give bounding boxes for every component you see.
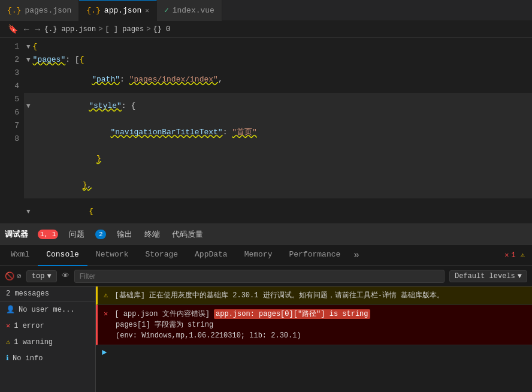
tab-label-index-vue: index.vue xyxy=(173,6,214,15)
filter-input[interactable] xyxy=(74,270,445,283)
tab-appdata[interactable]: AppData xyxy=(186,245,236,266)
fold-arrow-4[interactable]: ▼ xyxy=(26,99,31,113)
tab-close-app-json[interactable]: ✕ xyxy=(145,7,149,14)
debugger-bar: 调试器 1, 1 问题 2 输出 终端 代码质量 xyxy=(0,224,532,245)
tab-index-vue[interactable]: ✓ index.vue xyxy=(157,0,222,21)
error-sub-text-1: pages[1] 字段需为 string xyxy=(116,321,213,329)
devtools-tabs: Wxml Console Network Storage AppData Mem… xyxy=(0,245,532,266)
code-line-7: }, xyxy=(24,172,532,198)
problems-count: 2 xyxy=(95,230,106,239)
console-panel: 2 messages 👤 No user me... ✕ 1 error ⚠ 1… xyxy=(0,287,532,392)
code-token: "path" xyxy=(92,73,120,86)
console-sidebar: 2 messages 👤 No user me... ✕ 1 error ⚠ 1… xyxy=(0,287,96,392)
tab-label-pages-json: pages.json xyxy=(25,6,71,15)
tab-pages-json[interactable]: {.} pages.json xyxy=(0,0,79,21)
clear-console-icon[interactable]: 🚫 xyxy=(5,272,14,281)
tab-storage[interactable]: Storage xyxy=(137,245,186,266)
debugger-tab-code-quality[interactable]: 代码质量 xyxy=(171,227,204,242)
code-token: : { xyxy=(122,99,135,113)
breadcrumb: 🔖 ← → {.} app.json > [ ] pages > {} 0 xyxy=(0,21,532,38)
tab-label-app-json: app.json xyxy=(104,6,141,15)
tab-console[interactable]: Console xyxy=(38,245,87,266)
sidebar-error-label: 1 error xyxy=(14,322,44,330)
code-token: : [ xyxy=(65,53,79,67)
sidebar-user-label: No user me... xyxy=(19,306,75,314)
code-token: { xyxy=(80,53,84,67)
fold-arrow-8[interactable]: ▼ xyxy=(26,205,31,218)
code-token: , xyxy=(87,179,92,192)
code-token: "首页" xyxy=(232,126,257,139)
code-line-2: ▼ "pages": [{ xyxy=(24,53,532,67)
stop-icon[interactable]: ⊘ xyxy=(17,272,22,281)
devtools-right: ✕ 1 ⚠ xyxy=(504,251,530,260)
breadcrumb-item-1: {.} app.json xyxy=(44,25,96,34)
sidebar-info-label: No info xyxy=(13,354,43,363)
tab-wxml[interactable]: Wxml xyxy=(2,245,38,266)
user-icon: 👤 xyxy=(6,305,15,314)
debugger-tab-output[interactable]: 输出 xyxy=(116,227,134,242)
more-tabs-button[interactable]: » xyxy=(349,250,364,261)
console-messages-count: 2 messages xyxy=(0,287,95,301)
code-token: "style" xyxy=(89,99,122,113)
levels-chevron-icon: ▼ xyxy=(518,272,522,281)
debugger-title: 调试器 xyxy=(5,229,28,240)
chevron-down-icon: ▼ xyxy=(47,272,51,281)
info-circle-icon: ℹ xyxy=(6,354,9,363)
bookmark-icon[interactable]: 🔖 xyxy=(6,24,20,34)
msg-error-icon: ✕ xyxy=(104,310,108,318)
error-circle-icon: ✕ xyxy=(6,321,10,330)
prompt-arrow-icon: ► xyxy=(102,348,107,357)
tab-icon-app-json: {.} xyxy=(86,6,100,15)
debugger-tab-terminal[interactable]: 终端 xyxy=(143,227,161,242)
code-line-3: "path": "pages/index/index", xyxy=(24,67,532,93)
sidebar-item-error[interactable]: ✕ 1 error xyxy=(0,318,95,334)
warn-badge: ⚠ xyxy=(521,251,525,260)
top-select[interactable]: top ▼ xyxy=(26,270,57,282)
breadcrumb-sep-2: > xyxy=(146,25,150,34)
tab-memory[interactable]: Memory xyxy=(236,245,281,266)
filter-icons: 🚫 ⊘ xyxy=(5,272,22,281)
sidebar-warning-label: 1 warning xyxy=(14,338,53,346)
msg-warn-icon: ⚠ xyxy=(104,291,108,300)
console-msg-error: ✕ [ app.json 文件内容错误] app.json: pages[0][… xyxy=(96,305,532,345)
sidebar-item-info[interactable]: ℹ No info xyxy=(0,350,95,366)
error-main-text: [ app.json 文件内容错误] xyxy=(114,310,209,318)
code-line-6: } xyxy=(24,146,532,172)
debugger-tab-problems[interactable]: 问题 xyxy=(68,227,86,242)
eye-icon[interactable]: 👁 xyxy=(62,272,69,281)
code-token: "pages/index/index" xyxy=(129,73,218,86)
tab-icon-index-vue: ✓ xyxy=(164,5,169,15)
tab-bar: {.} pages.json {.} app.json ✕ ✓ index.vu… xyxy=(0,0,532,21)
warning-triangle-icon: ⚠ xyxy=(6,337,10,346)
fold-arrow-1[interactable]: ▼ xyxy=(26,40,31,53)
code-token: { xyxy=(33,40,38,53)
forward-button[interactable]: → xyxy=(33,25,41,34)
sidebar-item-warning[interactable]: ⚠ 1 warning xyxy=(0,334,95,350)
code-line-8: ▼ { xyxy=(24,198,532,224)
error-badge: ✕ 1 xyxy=(504,251,515,260)
editor-area: 1 2 3 4 5 6 7 8 ▼ { ▼ "pages": [{ "path"… xyxy=(0,38,532,224)
breadcrumb-sep-1: > xyxy=(98,25,102,34)
sidebar-item-user[interactable]: 👤 No user me... xyxy=(0,301,95,318)
code-lines: ▼ { ▼ "pages": [{ "path": "pages/index/i… xyxy=(24,38,532,224)
error-count: 1 xyxy=(512,251,516,260)
fold-arrow-2[interactable]: ▼ xyxy=(26,53,31,67)
tab-network[interactable]: Network xyxy=(87,245,137,266)
tab-app-json[interactable]: {.} app.json ✕ xyxy=(79,0,156,21)
console-prompt[interactable]: ► xyxy=(96,345,532,360)
error-x-icon: ✕ xyxy=(504,251,509,260)
code-token: "navigationBarTitleText" xyxy=(110,126,222,139)
code-line-4: ▼ "style": { xyxy=(24,93,532,119)
console-filter-bar: 🚫 ⊘ top ▼ 👁 Default levels ▼ xyxy=(0,266,532,287)
code-token: : xyxy=(223,126,232,139)
console-msg-warning: ⚠ [基础库] 正在使用灰度中的基础库 2.30.1 进行调试。如有问题，请前往… xyxy=(96,287,532,305)
levels-select[interactable]: Default levels ▼ xyxy=(449,270,527,282)
error-sub-text-2: (env: Windows,mp,1.06.2210310; lib: 2.30… xyxy=(116,331,301,340)
levels-label: Default levels xyxy=(455,272,515,281)
breadcrumb-item-3: {} 0 xyxy=(153,25,170,34)
console-main: ⚠ [基础库] 正在使用灰度中的基础库 2.30.1 进行调试。如有问题，请前往… xyxy=(96,287,532,392)
tab-icon-pages-json: {.} xyxy=(7,6,21,15)
code-token: } xyxy=(96,152,101,165)
back-button[interactable]: ← xyxy=(22,25,31,34)
tab-performance[interactable]: Performance xyxy=(280,245,349,266)
